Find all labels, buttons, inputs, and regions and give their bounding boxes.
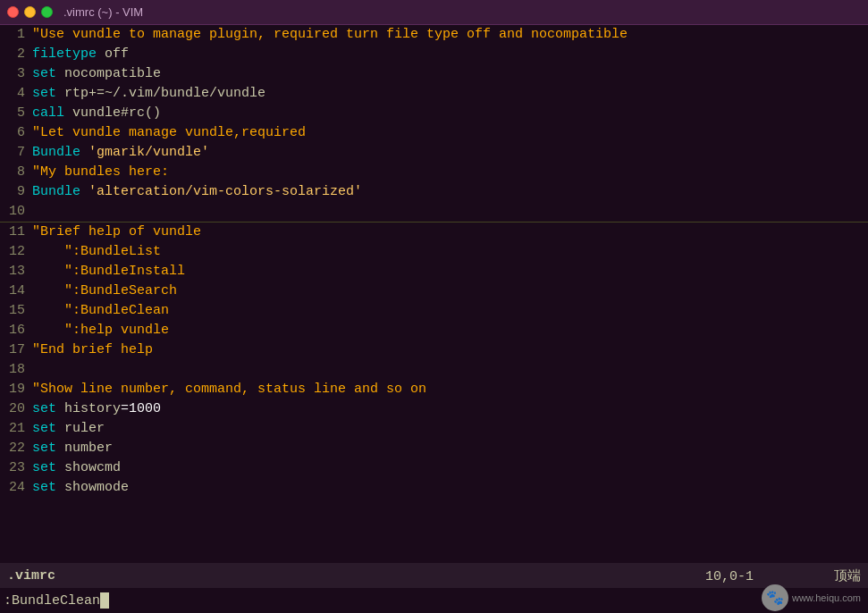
- line-number: 5: [0, 104, 32, 123]
- code-line: 15 ":BundleClean: [0, 301, 868, 321]
- line-number: 3: [0, 64, 32, 84]
- line-number: 11: [0, 223, 32, 242]
- code-line: 8"My bundles here:: [0, 163, 868, 182]
- minimize-button[interactable]: [24, 6, 36, 18]
- titlebar: .vimrc (~) - VIM: [0, 0, 868, 25]
- line-number: 6: [0, 123, 32, 143]
- code-line: 14 ":BundleSearch: [0, 281, 868, 301]
- line-code: "Use vundle to manage plugin, required t…: [32, 25, 628, 45]
- code-line: 12 ":BundleList: [0, 242, 868, 262]
- status-filename: .vimrc: [7, 568, 55, 584]
- line-code: ":BundleSearch: [32, 281, 177, 301]
- maximize-button[interactable]: [41, 6, 53, 18]
- line-code: set history=1000: [32, 399, 161, 419]
- line-number: 22: [0, 439, 32, 458]
- line-number: 18: [0, 360, 32, 380]
- line-number: 15: [0, 301, 32, 321]
- code-line: 20set history=1000: [0, 399, 868, 419]
- line-number: 19: [0, 380, 32, 399]
- line-code: ":BundleInstall: [32, 262, 185, 281]
- line-code: "Show line number, command, status line …: [32, 380, 426, 399]
- watermark-text: www.heiqu.com: [792, 592, 861, 603]
- code-line: 19"Show line number, command, status lin…: [0, 380, 868, 399]
- window-title: .vimrc (~) - VIM: [63, 5, 143, 19]
- line-code: [32, 360, 40, 380]
- line-code: ":BundleList: [32, 242, 161, 262]
- code-line: 5call vundle#rc(): [0, 104, 868, 123]
- line-code: set ruler: [32, 419, 105, 439]
- code-line: 9Bundle 'altercation/vim-colors-solarize…: [0, 182, 868, 202]
- code-line: 21set ruler: [0, 419, 868, 439]
- command-text: :BundleClean: [4, 593, 100, 609]
- line-code: ":BundleClean: [32, 301, 169, 321]
- code-line: 11"Brief help of vundle: [0, 223, 868, 242]
- line-number: 17: [0, 340, 32, 360]
- line-number: 7: [0, 143, 32, 163]
- line-code: Bundle 'gmarik/vundle': [32, 143, 209, 163]
- line-number: 8: [0, 163, 32, 182]
- status-position: 10,0-1 顶端: [705, 567, 861, 584]
- line-number: 10: [0, 202, 32, 222]
- status-bar: .vimrc 10,0-1 顶端: [0, 563, 868, 588]
- code-line: 23set showcmd: [0, 458, 868, 478]
- code-line: 16 ":help vundle: [0, 321, 868, 340]
- line-code: set showcmd: [32, 458, 121, 478]
- line-number: 13: [0, 262, 32, 281]
- watermark: 🐾 www.heiqu.com: [762, 584, 861, 611]
- line-number: 1: [0, 25, 32, 45]
- line-code: "Brief help of vundle: [32, 223, 201, 242]
- command-line[interactable]: :BundleClean 🐾 www.heiqu.com: [0, 588, 868, 613]
- line-number: 21: [0, 419, 32, 439]
- code-line: 13 ":BundleInstall: [0, 262, 868, 281]
- code-line: 18: [0, 360, 868, 380]
- code-line: 10: [0, 202, 868, 222]
- line-number: 2: [0, 45, 32, 64]
- code-line: 6"Let vundle manage vundle,required: [0, 123, 868, 143]
- line-number: 12: [0, 242, 32, 262]
- line-code: call vundle#rc(): [32, 104, 161, 123]
- code-line: 1"Use vundle to manage plugin, required …: [0, 25, 868, 45]
- line-code: [32, 202, 40, 222]
- line-code: set showmode: [32, 478, 129, 498]
- watermark-icon: 🐾: [762, 584, 788, 611]
- line-number: 23: [0, 458, 32, 478]
- line-number: 20: [0, 399, 32, 419]
- line-code: set rtp+=~/.vim/bundle/vundle: [32, 84, 265, 104]
- code-line: 2filetype off: [0, 45, 868, 64]
- close-button[interactable]: [7, 6, 19, 18]
- code-line: 3set nocompatible: [0, 64, 868, 84]
- line-code: "My bundles here:: [32, 163, 169, 182]
- code-line: 7Bundle 'gmarik/vundle': [0, 143, 868, 163]
- line-code: filetype off: [32, 45, 129, 64]
- line-code: set number: [32, 439, 113, 458]
- cursor: [100, 592, 109, 609]
- line-number: 4: [0, 84, 32, 104]
- code-line: 17"End brief help: [0, 340, 868, 360]
- line-code: set nocompatible: [32, 64, 161, 84]
- editor-area: 1"Use vundle to manage plugin, required …: [0, 25, 868, 563]
- code-content: 1"Use vundle to manage plugin, required …: [0, 25, 868, 563]
- line-number: 14: [0, 281, 32, 301]
- line-code: "Let vundle manage vundle,required: [32, 123, 306, 143]
- line-code: ":help vundle: [32, 321, 169, 340]
- line-number: 9: [0, 182, 32, 202]
- line-number: 16: [0, 321, 32, 340]
- vim-window: .vimrc (~) - VIM 1"Use vundle to manage …: [0, 0, 868, 613]
- code-line: 24set showmode: [0, 478, 868, 498]
- code-line: 4set rtp+=~/.vim/bundle/vundle: [0, 84, 868, 104]
- line-number: 24: [0, 478, 32, 498]
- code-line: 22set number: [0, 439, 868, 458]
- line-code: "End brief help: [32, 340, 153, 360]
- line-code: Bundle 'altercation/vim-colors-solarized…: [32, 182, 362, 202]
